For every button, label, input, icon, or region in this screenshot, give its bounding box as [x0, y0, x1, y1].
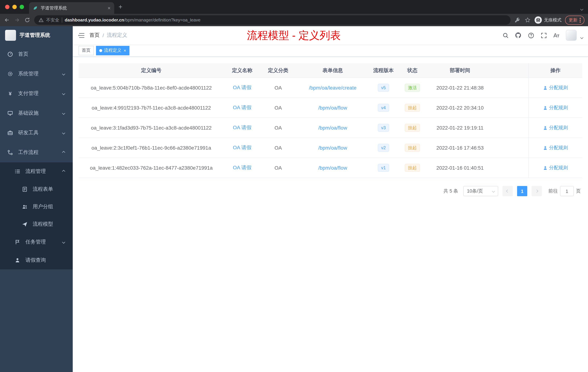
browser-tab[interactable]: 芋道管理系统 ×	[29, 2, 114, 14]
tag-close-icon[interactable]: ×	[124, 48, 126, 53]
url-host: dashboard.yudao.iocoder.cn	[65, 17, 124, 22]
url-path: /bpm/manager/definition?key=oa_leave	[124, 17, 200, 22]
update-label: 更新	[569, 17, 578, 23]
page-number-button[interactable]: 1	[517, 186, 527, 196]
app-navbar: 首页 / 流程定义 流程模型 - 定义列表	[73, 26, 588, 44]
chevron-down-icon	[492, 190, 495, 193]
security-warning-icon	[39, 17, 44, 22]
tag-label: 流程定义	[104, 47, 121, 54]
forward-button[interactable]	[14, 17, 20, 23]
assign-rule-link[interactable]: 分配规则	[543, 104, 568, 111]
help-icon[interactable]	[528, 32, 534, 39]
breadcrumb: 首页 / 流程定义	[89, 32, 127, 39]
sidebar-item-user-group[interactable]: 用户分组	[0, 198, 73, 216]
minimize-window-button[interactable]	[12, 5, 17, 9]
sidebar-item-system[interactable]: 系统管理	[0, 64, 73, 84]
form-info-link[interactable]: /bpm/oa/flow	[318, 125, 347, 131]
definition-category: OA	[260, 145, 296, 151]
page-size-select[interactable]: 10条/页	[463, 186, 498, 196]
assign-rule-link[interactable]: 分配规则	[543, 85, 568, 91]
bookmark-star-icon[interactable]	[524, 17, 531, 23]
tag-label: 首页	[82, 47, 91, 54]
monitor-icon	[7, 110, 13, 116]
tab-search-icon[interactable]	[581, 5, 583, 12]
status-badge: 挂起	[405, 144, 420, 152]
sidebar: 芋道管理系统 首页 系统管理 ¥ 支付管理 基础设施	[0, 26, 73, 372]
assign-rule-link[interactable]: 分配规则	[543, 144, 568, 151]
new-tab-button[interactable]: +	[118, 3, 122, 11]
chevron-up-icon	[62, 151, 65, 154]
chevron-down-icon	[62, 92, 65, 95]
next-page-button[interactable]	[532, 186, 542, 196]
sidebar-item-leave-query[interactable]: 请假查询	[0, 251, 73, 269]
page-size-value: 10条/页	[467, 188, 483, 194]
sidebar-item-devtools[interactable]: 研发工具	[0, 123, 73, 143]
tag-process-definition[interactable]: 流程定义 ×	[96, 46, 129, 55]
form-info-link[interactable]: /bpm/oa/flow	[318, 165, 347, 171]
tab-close-icon[interactable]: ×	[108, 5, 111, 11]
fullscreen-icon[interactable]	[540, 32, 547, 39]
definition-id: oa_leave:1:482ec033-762a-11ec-8477-a2380…	[79, 165, 224, 171]
address-bar[interactable]: 不安全 dashboard.yudao.iocoder.cn/bpm/manag…	[34, 15, 511, 25]
definition-name-link[interactable]: OA 请假	[233, 85, 252, 90]
chevron-up-icon	[62, 170, 65, 173]
form-info-link[interactable]: /bpm/oa/flow	[318, 105, 347, 111]
sidebar-item-workflow[interactable]: 工作流程	[0, 143, 73, 162]
assign-rule-label: 分配规则	[549, 104, 568, 111]
definition-name-link[interactable]: OA 请假	[233, 164, 252, 170]
deploy-time: 2022-01-22 20:34:10	[427, 105, 493, 111]
list-icon	[15, 169, 20, 174]
deploy-time: 2022-01-16 17:46:53	[427, 145, 493, 151]
column-header: 部署时间	[427, 67, 493, 74]
definition-name-link[interactable]: OA 请假	[233, 104, 252, 110]
avatar-caret-icon[interactable]	[580, 36, 583, 39]
sidebar-toggle-icon[interactable]	[73, 32, 89, 39]
page-title: 流程模型 - 定义列表	[247, 28, 341, 43]
dashboard-icon	[7, 51, 13, 57]
definition-name-link[interactable]: OA 请假	[233, 144, 252, 150]
sidebar-item-infrastructure[interactable]: 基础设施	[0, 103, 73, 123]
definition-id: oa_leave:2:3c1f0ef1-76b1-11ec-9c66-a2380…	[79, 145, 224, 151]
prev-page-button[interactable]	[503, 186, 513, 196]
form-info-link[interactable]: /bpm/oa/flow	[318, 145, 347, 151]
window-controls[interactable]	[0, 5, 29, 9]
definition-category: OA	[260, 105, 296, 111]
incognito-indicator: 无痕模式	[535, 16, 561, 24]
form-info-link[interactable]: /bpm/oa/leave/create	[309, 85, 357, 91]
assign-person-icon	[543, 165, 548, 170]
version-badge: v4	[378, 104, 389, 112]
sidebar-item-process-management[interactable]: 流程管理	[0, 162, 73, 181]
search-icon[interactable]	[502, 32, 509, 39]
browser-menu-icon[interactable]	[580, 18, 581, 22]
sidebar-item-process-model[interactable]: 流程模型	[0, 216, 73, 233]
sidebar-item-process-form[interactable]: 流程表单	[0, 181, 73, 198]
password-key-icon[interactable]	[514, 17, 521, 23]
browser-update-button[interactable]: 更新	[565, 15, 584, 25]
column-header: 表单信息	[296, 67, 369, 74]
font-size-icon[interactable]	[553, 32, 560, 39]
user-avatar[interactable]	[566, 30, 577, 41]
reload-button[interactable]	[24, 17, 31, 23]
version-badge: v5	[378, 84, 389, 92]
sidebar-item-label: 研发工具	[18, 130, 39, 136]
assign-rule-link[interactable]: 分配规则	[543, 164, 568, 171]
incognito-icon	[535, 16, 542, 24]
breadcrumb-home[interactable]: 首页	[89, 32, 100, 39]
back-button[interactable]	[4, 17, 10, 23]
tag-home[interactable]: 首页	[79, 46, 94, 55]
close-window-button[interactable]	[5, 5, 10, 9]
sidebar-item-task-management[interactable]: 任务管理	[0, 233, 73, 251]
sidebar-item-home[interactable]: 首页	[0, 44, 73, 64]
url-text: dashboard.yudao.iocoder.cn/bpm/manager/d…	[65, 17, 200, 22]
chevron-down-icon	[62, 112, 65, 115]
assign-rule-link[interactable]: 分配规则	[543, 124, 568, 131]
goto-page-input[interactable]	[560, 186, 574, 196]
zoom-window-button[interactable]	[20, 5, 24, 9]
table-row: oa_leave:3:1fad3d93-7b75-11ec-a3c8-acde4…	[79, 118, 582, 138]
assign-rule-label: 分配规则	[549, 164, 568, 171]
definition-name-link[interactable]: OA 请假	[233, 124, 252, 130]
toolbox-icon	[7, 130, 13, 136]
deploy-time: 2022-01-16 01:40:51	[427, 165, 493, 171]
github-icon[interactable]	[515, 32, 521, 39]
sidebar-item-payment[interactable]: ¥ 支付管理	[0, 84, 73, 103]
